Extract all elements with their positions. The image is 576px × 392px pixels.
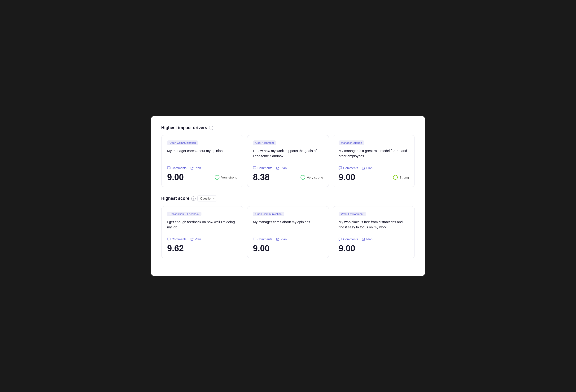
card-question: I get enough feedback on how well I'm do…: [167, 220, 237, 234]
highest-section-header: Highest score i Question ▾: [161, 196, 415, 201]
comments-icon: [167, 167, 171, 170]
card-score: 9.00: [339, 173, 355, 182]
plan-link[interactable]: Plan: [362, 237, 373, 241]
comments-icon: [253, 238, 256, 241]
card-score: 9.00: [339, 244, 355, 253]
plan-icon: [190, 167, 194, 170]
highest-cards-grid: Recognition & Feedback I get enough feed…: [161, 206, 415, 258]
card-actions: Comments Plan: [339, 166, 409, 170]
comments-label: Comments: [258, 166, 272, 170]
comments-link[interactable]: Comments: [167, 237, 187, 241]
card-tag: Open Communication: [167, 140, 198, 145]
metric-card: Open Communication My manager cares abou…: [247, 206, 329, 258]
plan-label: Plan: [281, 166, 287, 170]
card-status: Strong: [393, 175, 409, 180]
impact-info-icon[interactable]: i: [209, 126, 213, 130]
metric-card: Work Environment My workplace is free fr…: [333, 206, 415, 258]
comments-icon: [339, 167, 342, 170]
plan-label: Plan: [366, 237, 373, 241]
comments-icon: [167, 238, 171, 241]
comments-icon: [253, 167, 256, 170]
impact-section-header: Highest impact drivers i: [161, 125, 415, 130]
status-label: Very strong: [307, 176, 323, 179]
card-question: My manager cares about my opinions: [167, 148, 237, 163]
plan-icon: [362, 167, 365, 170]
comments-label: Comments: [172, 237, 187, 241]
plan-label: Plan: [195, 237, 201, 241]
card-footer: 9.00: [339, 244, 409, 253]
card-status: Very strong: [215, 175, 237, 180]
main-container: Highest impact drivers i Open Communicat…: [151, 116, 425, 276]
comments-label: Comments: [343, 237, 358, 241]
plan-label: Plan: [281, 237, 287, 241]
status-circle-icon: [301, 175, 305, 180]
comments-label: Comments: [258, 237, 272, 241]
metric-card: Goal Alignment I know how my work suppor…: [247, 135, 329, 187]
question-filter-dropdown[interactable]: Question ▾: [198, 196, 217, 201]
highest-info-icon[interactable]: i: [191, 196, 196, 201]
comments-link[interactable]: Comments: [339, 166, 358, 170]
card-tag: Manager Support: [339, 140, 364, 145]
card-footer: 9.00: [253, 244, 323, 253]
card-tag: Work Environment: [339, 212, 366, 216]
card-actions: Comments Plan: [253, 166, 323, 170]
status-label: Strong: [399, 176, 409, 179]
card-tag: Open Communication: [253, 212, 284, 216]
plan-label: Plan: [195, 166, 201, 170]
card-actions: Comments Plan: [253, 237, 323, 241]
plan-link[interactable]: Plan: [276, 237, 287, 241]
metric-card: Recognition & Feedback I get enough feed…: [161, 206, 243, 258]
status-circle-icon: [215, 175, 219, 180]
highest-section-title: Highest score: [161, 196, 189, 201]
card-score: 9.00: [253, 244, 270, 253]
card-actions: Comments Plan: [339, 237, 409, 241]
plan-label: Plan: [366, 166, 373, 170]
card-question: My workplace is free from distractions a…: [339, 220, 409, 234]
metric-card: Manager Support My manager is a great ro…: [333, 135, 415, 187]
comments-label: Comments: [343, 166, 358, 170]
comments-label: Comments: [172, 166, 187, 170]
plan-link[interactable]: Plan: [362, 166, 373, 170]
card-status: Very strong: [301, 175, 323, 180]
card-actions: Comments Plan: [167, 166, 237, 170]
card-question: My manager cares about my opinions: [253, 220, 323, 234]
card-score: 9.62: [167, 244, 184, 253]
card-footer: 9.00 Very strong: [167, 173, 237, 182]
comments-link[interactable]: Comments: [253, 237, 272, 241]
plan-link[interactable]: Plan: [276, 166, 287, 170]
comments-link[interactable]: Comments: [253, 166, 272, 170]
plan-icon: [276, 167, 280, 170]
card-score: 9.00: [167, 173, 184, 182]
card-score: 8.38: [253, 173, 270, 182]
card-question: My manager is a great role model for me …: [339, 148, 409, 163]
impact-cards-grid: Open Communication My manager cares abou…: [161, 135, 415, 187]
card-footer: 8.38 Very strong: [253, 173, 323, 182]
metric-card: Open Communication My manager cares abou…: [161, 135, 243, 187]
card-tag: Recognition & Feedback: [167, 212, 202, 216]
plan-icon: [362, 238, 365, 241]
chevron-down-icon: ▾: [213, 197, 214, 200]
status-circle-icon: [393, 175, 398, 180]
comments-link[interactable]: Comments: [167, 166, 187, 170]
card-footer: 9.00 Strong: [339, 173, 409, 182]
card-question: I know how my work supports the goals of…: [253, 148, 323, 163]
plan-link[interactable]: Plan: [190, 237, 201, 241]
plan-icon: [190, 238, 194, 241]
plan-icon: [276, 238, 280, 241]
filter-label: Question: [200, 197, 212, 200]
status-label: Very strong: [221, 176, 237, 179]
plan-link[interactable]: Plan: [190, 166, 201, 170]
card-actions: Comments Plan: [167, 237, 237, 241]
impact-section-title: Highest impact drivers: [161, 125, 207, 130]
card-footer: 9.62: [167, 244, 237, 253]
comments-link[interactable]: Comments: [339, 237, 358, 241]
comments-icon: [339, 238, 342, 241]
card-tag: Goal Alignment: [253, 140, 276, 145]
